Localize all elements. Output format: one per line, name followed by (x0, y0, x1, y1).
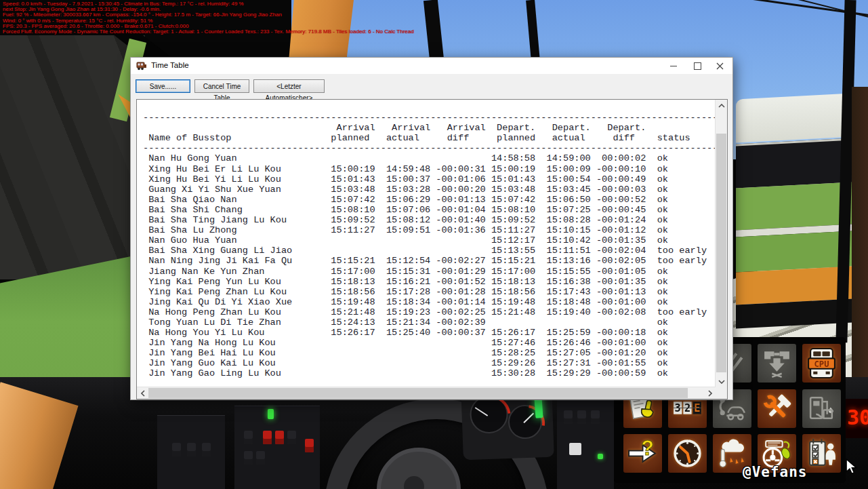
table-row: Guang Xi Yi Shu Xue Yuan 15:03:48 15:03:… (143, 184, 720, 195)
table-separator: ----------------------------------------… (143, 143, 720, 153)
refuel-icon[interactable] (802, 389, 841, 428)
table-row: Na Hong Peng Zhan Lu Kou 15:21:48 15:19:… (143, 307, 720, 317)
table-row: Ying Kai Peng Yun Lu Kou 15:18:13 15:16:… (143, 277, 720, 287)
route-help-icon[interactable]: ? (623, 434, 662, 473)
chevron-down-icon (718, 380, 725, 384)
grab-rail (0, 382, 79, 489)
scroll-up-button[interactable] (716, 100, 727, 111)
table-header: Arrival Arrival Arrival Depart. Depart. … (143, 123, 720, 133)
close-icon (716, 62, 724, 70)
chevron-left-icon (141, 390, 145, 397)
maximize-button[interactable] (686, 58, 709, 74)
horizontal-scrollbar[interactable] (137, 387, 716, 399)
debug-line: Forced Fluff. Economy Mode - Dynamic Til… (3, 29, 414, 35)
table-separator: ----------------------------------------… (143, 113, 720, 123)
table-row: Xing Hu Bei Yi Li Lu Kou 15:01:43 15:00:… (143, 174, 720, 184)
close-button[interactable] (708, 58, 731, 74)
bus-body (736, 182, 852, 230)
table-row: Ying Kai Peng Zhan Lu Kou 15:18:56 15:17… (143, 287, 720, 297)
window-titlebar[interactable]: Time Table (131, 58, 732, 74)
table-row: Xing Hu Bei Er Li Lu Kou 15:00:19 14:59:… (143, 164, 720, 174)
timetable-window: Time Table Save...... Cancel Time Table … (130, 57, 733, 400)
save-button[interactable]: Save...... (136, 79, 190, 93)
table-row: Na Hong You Yi Lu Kou 15:26:17 15:25:40 … (143, 328, 720, 338)
table-row: Jiang Nan Ke Yun Zhan 15:17:00 15:15:31 … (143, 267, 720, 277)
watermark: @Vefans (743, 464, 851, 480)
cancel-timetable-button[interactable]: Cancel Time Table (194, 79, 249, 93)
timetable-panel: ----------------------------------------… (136, 99, 728, 399)
svg-text:?: ? (641, 437, 654, 459)
vertical-scroll-thumb[interactable] (716, 134, 726, 372)
table-row: Nan Ning Jing Ji Kai Fa Qu 15:15:21 15:1… (143, 256, 720, 266)
window-icon (136, 60, 147, 71)
repair-icon[interactable] (758, 389, 796, 428)
table-header: Name of Busstop planned actual diff plan… (143, 133, 720, 143)
debug-overlay: Speed: 0.0 km/h - Tuesday - 7.9.2021 - 1… (3, 1, 414, 35)
switch-panel-left (157, 415, 225, 489)
cpu-performance-icon[interactable]: CPU (802, 344, 841, 383)
scroll-right-button[interactable] (704, 387, 716, 399)
table-row: Bai Sha Ting Jiang Lu Kou 15:09:52 15:08… (143, 215, 720, 225)
horizontal-scroll-thumb[interactable] (148, 388, 688, 398)
chevron-up-icon (718, 104, 725, 108)
bus-body (736, 231, 852, 272)
switch-panel-right (557, 393, 614, 489)
table-row: Bai Sha Shi Chang 15:08:10 15:07:06 -00:… (143, 205, 720, 215)
vertical-scrollbar[interactable] (715, 100, 727, 387)
scroll-down-button[interactable] (716, 376, 727, 387)
table-row: Nan Guo Hua Yuan 15:12:17 15:10:42 -00:0… (143, 235, 720, 246)
last-automatic-button[interactable]: <Letzter Automatischer> (253, 79, 325, 93)
window-title: Time Table (151, 61, 189, 69)
dashboard-led-display: 30 (844, 399, 868, 438)
minimize-icon (670, 66, 677, 66)
chevron-right-icon (708, 390, 712, 397)
table-row: Jin Yang Gao Ling Lu Kou 15:30:28 15:29:… (143, 368, 720, 378)
bus-roof (736, 93, 852, 142)
scrollbar-corner (716, 387, 727, 399)
table-row: Jin Yang Bei Hai Lu Kou 15:28:25 15:27:0… (143, 348, 720, 358)
table-row: Bai Sha Qiao Nan 15:07:42 15:06:29 -00:0… (143, 195, 720, 205)
right-bus (736, 93, 852, 328)
svg-text:CPU: CPU (814, 359, 829, 369)
pole-column (852, 87, 868, 418)
trailer-coupling-icon[interactable] (758, 344, 796, 383)
mouse-cursor (846, 458, 858, 477)
maximize-icon (694, 62, 701, 70)
table-row: Bai Sha Xing Guang Li Jiao 15:13:55 15:1… (143, 246, 720, 256)
omsi-game-screen: 30 CPU32E? @Vefans Speed: 0.0 km/h - Tue… (0, 0, 868, 489)
minimize-button[interactable] (662, 58, 685, 74)
table-row: Bai Sha Lu Zhong 15:11:27 15:09:51 -00:0… (143, 225, 720, 235)
table-row: Jin Yang Na Hong Lu Kou 15:27:46 15:26:4… (143, 338, 720, 348)
table-line (143, 102, 720, 113)
table-row: Jing Kai Qu Di Yi Xiao Xue 15:19:48 15:1… (143, 297, 720, 307)
table-row: Tong Yuan Lu Di Tie Zhan 15:24:13 15:21:… (143, 317, 720, 328)
time-setting-icon[interactable] (668, 434, 707, 473)
switch-panel-main (234, 406, 320, 489)
table-row: Nan Hu Gong Yuan 14:58:58 14:59:00 00:00… (143, 153, 720, 163)
timetable-text: ----------------------------------------… (137, 100, 720, 389)
table-row: Jin Yang Guo Kai Lu Kou 15:29:26 15:27:3… (143, 358, 720, 368)
scroll-left-button[interactable] (137, 387, 148, 399)
